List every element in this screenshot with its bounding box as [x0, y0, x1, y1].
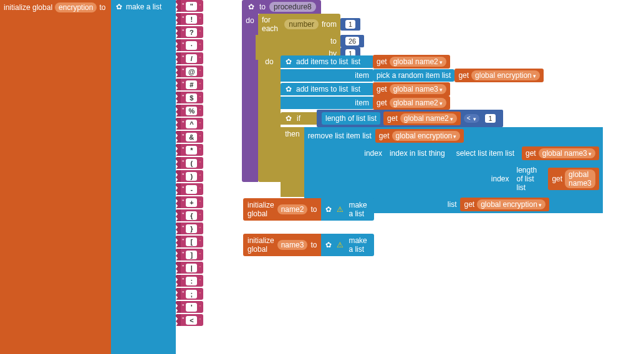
text-string-block[interactable]: “^” [176, 118, 224, 130]
select-list-item-block[interactable]: select list item list [453, 147, 518, 160]
text-value[interactable]: ; [186, 290, 197, 299]
text-value[interactable]: < [186, 316, 197, 325]
text-value[interactable]: ? [186, 28, 197, 37]
get-block[interactable]: get global name3▾ [373, 82, 450, 96]
text-value[interactable]: @ [186, 67, 197, 76]
text-string-block[interactable]: “!” [176, 13, 224, 25]
gear-icon[interactable]: ✿ [325, 205, 332, 214]
text-string-block[interactable]: “<” [176, 314, 224, 326]
text-string-block[interactable]: “$” [176, 92, 224, 103]
text-string-block[interactable]: “+” [176, 196, 224, 208]
get-block[interactable]: get global name2▾ [373, 96, 450, 110]
var-dropdown[interactable]: global name2▾ [390, 57, 446, 67]
text-value[interactable]: + [186, 198, 197, 207]
to-value[interactable]: 26 [345, 37, 359, 45]
gear-icon[interactable]: ✿ [247, 2, 256, 11]
var-dropdown[interactable]: global name3▾ [539, 148, 595, 158]
text-string-block[interactable]: “}” [176, 222, 224, 234]
text-string-block[interactable]: “"” [176, 0, 224, 12]
text-value[interactable]: * [186, 146, 197, 155]
number-block[interactable]: 1 [483, 113, 497, 124]
text-string-block[interactable]: “'” [176, 301, 224, 313]
var-name3[interactable]: name3 [277, 240, 308, 250]
var-dropdown[interactable]: global encryption▾ [471, 70, 540, 80]
var-dropdown[interactable]: global name3 [565, 170, 595, 188]
text-string-block[interactable]: “:” [176, 275, 224, 287]
get-block[interactable]: get global name3 [548, 168, 598, 190]
text-string-block[interactable]: “[” [176, 236, 224, 247]
text-value[interactable]: " [186, 2, 197, 11]
number-value[interactable]: 1 [485, 114, 495, 123]
var-dropdown[interactable]: global encryption▾ [392, 131, 461, 141]
text-string-block[interactable]: “-” [176, 183, 224, 195]
text-string-block[interactable]: “]” [176, 249, 224, 261]
text-value[interactable]: ' [186, 303, 197, 312]
procedure-name[interactable]: procedure8 [269, 2, 316, 12]
text-value[interactable]: [ [186, 237, 197, 246]
get-block[interactable]: get global encryption▾ [460, 198, 549, 211]
for-var[interactable]: number [284, 19, 319, 29]
init-global-name2[interactable]: initialize global name2 to ✿ ⚠ make a li… [243, 198, 374, 221]
gear-icon[interactable]: ✿ [115, 2, 123, 11]
text-value[interactable]: ^ [186, 120, 197, 128]
index-in-list-block[interactable]: index in list thing [386, 147, 449, 160]
text-string-block[interactable]: “%” [176, 105, 224, 117]
var-name2[interactable]: name2 [277, 204, 308, 214]
text-string-block[interactable]: “{” [176, 209, 224, 221]
to-value-block[interactable]: 26 [340, 35, 364, 47]
init-global-block[interactable]: initialize global encryption to [0, 0, 111, 354]
text-string-block[interactable]: “/” [176, 52, 224, 64]
var-dropdown[interactable]: global encryption▾ [477, 199, 545, 209]
text-string-block[interactable]: “;” [176, 288, 224, 300]
get-block[interactable]: get global name2▾ [373, 55, 450, 69]
init-global-name3[interactable]: initialize global name3 to ✿ ⚠ make a li… [243, 234, 374, 256]
text-string-block[interactable]: “&” [176, 131, 224, 143]
gear-icon[interactable]: ✿ [284, 57, 293, 66]
text-string-block[interactable]: “@” [176, 65, 224, 77]
text-value[interactable]: ) [186, 172, 197, 181]
text-value[interactable]: · [186, 41, 197, 50]
text-value[interactable]: | [186, 264, 197, 272]
text-value[interactable]: { [186, 211, 197, 220]
for-each-block[interactable]: for each number from 1 to 26 by 1 do [258, 14, 364, 60]
from-value[interactable]: 1 [345, 20, 355, 29]
procedure-block[interactable]: ✿ to procedure8 do for each number from … [242, 0, 321, 14]
text-string-block[interactable]: “(” [176, 157, 224, 169]
text-string-block[interactable]: “|” [176, 262, 224, 274]
var-dropdown[interactable]: global name2▾ [390, 98, 446, 108]
text-value[interactable]: % [186, 107, 197, 115]
gear-icon[interactable]: ✿ [284, 114, 293, 123]
pick-random-block[interactable]: pick a random item list [373, 69, 454, 82]
compare-block[interactable]: length of list list get global name2▾ < … [317, 110, 503, 127]
var-encryption[interactable]: encryption [55, 2, 97, 12]
text-value[interactable]: $ [186, 93, 197, 102]
length-block[interactable]: length of list list [322, 112, 380, 125]
var-dropdown[interactable]: global name2▾ [400, 113, 457, 123]
add-items-block-2[interactable]: ✿ add items to list list get global name… [281, 82, 603, 110]
get-block[interactable]: get global encryption▾ [454, 69, 543, 82]
from-value-block[interactable]: 1 [340, 18, 360, 31]
length-block[interactable]: length of list list [512, 164, 544, 194]
text-value[interactable]: ! [186, 15, 197, 24]
text-value[interactable]: ( [186, 159, 197, 168]
text-value[interactable]: ] [186, 251, 197, 259]
text-string-block[interactable]: “)” [176, 170, 224, 182]
text-value[interactable]: # [186, 80, 197, 89]
text-string-block[interactable]: “?” [176, 26, 224, 38]
gear-icon[interactable]: ✿ [284, 85, 293, 93]
text-value[interactable]: : [186, 277, 197, 285]
get-block[interactable]: get global name3▾ [522, 146, 599, 160]
var-dropdown[interactable]: global name3▾ [390, 84, 446, 94]
text-value[interactable]: / [186, 54, 197, 63]
gear-icon[interactable]: ✿ [325, 241, 332, 249]
text-string-block[interactable]: “*” [176, 144, 224, 156]
add-items-block-1[interactable]: ✿ add items to list list get global name… [281, 55, 603, 82]
make-list-block[interactable]: ✿ make a list [111, 0, 176, 354]
text-value[interactable]: - [186, 185, 197, 194]
text-value[interactable]: & [186, 133, 197, 141]
text-value[interactable]: } [186, 224, 197, 233]
get-block[interactable]: get global name2▾ [383, 112, 461, 125]
operator-dropdown[interactable]: < ▾ [464, 114, 480, 122]
get-block[interactable]: get global encryption▾ [375, 129, 464, 143]
text-string-block[interactable]: “·” [176, 39, 224, 51]
